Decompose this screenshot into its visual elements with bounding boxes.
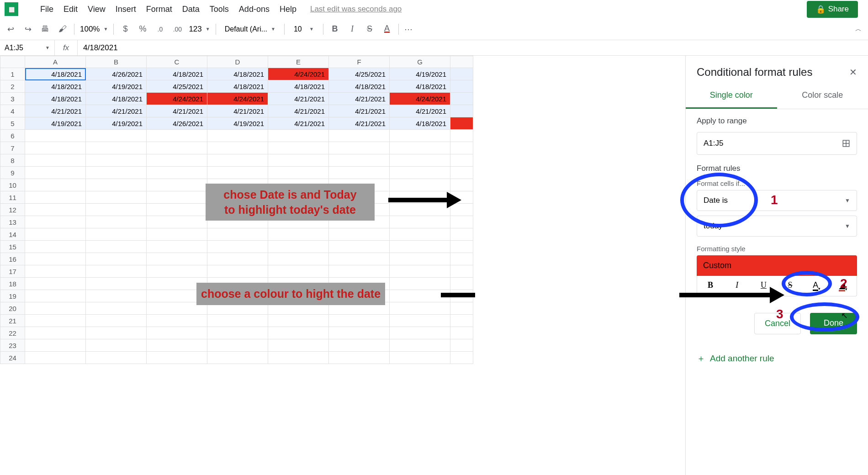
cell-G23[interactable]: [390, 339, 450, 352]
formula-bar[interactable]: 4/18/2021: [78, 43, 123, 53]
cell-G22[interactable]: [390, 327, 450, 339]
column-header-B[interactable]: B: [86, 56, 147, 68]
row-header-7[interactable]: 7: [0, 142, 25, 154]
cell-A8[interactable]: [25, 154, 86, 167]
cell-B1[interactable]: 4/26/2021: [86, 68, 147, 80]
cell-B4[interactable]: 4/21/2021: [86, 105, 147, 117]
cell-A1[interactable]: 4/18/2021: [25, 68, 86, 80]
italic-button[interactable]: I: [346, 23, 358, 35]
done-button[interactable]: Done: [810, 313, 857, 334]
menu-format[interactable]: Format: [146, 5, 172, 14]
row-header-5[interactable]: 5: [0, 117, 25, 130]
increase-decimal-button[interactable]: .00: [171, 23, 183, 35]
style-text-color-button[interactable]: A▾: [804, 276, 830, 296]
cell-G7[interactable]: [390, 142, 450, 154]
cell-A17[interactable]: [25, 265, 86, 278]
column-header-F[interactable]: F: [329, 56, 390, 68]
cell-C6[interactable]: [147, 130, 207, 142]
row-header-16[interactable]: 16: [0, 253, 25, 265]
cell-F6[interactable]: [329, 130, 390, 142]
menu-view[interactable]: View: [88, 5, 106, 14]
cell-F14[interactable]: [329, 228, 390, 241]
cell-F2[interactable]: 4/18/2021: [329, 80, 390, 93]
cell-F22[interactable]: [329, 327, 390, 339]
cell-E15[interactable]: [268, 241, 329, 253]
cell-F16[interactable]: [329, 253, 390, 265]
cell-B6[interactable]: [86, 130, 147, 142]
cell-E2[interactable]: 4/18/2021: [268, 80, 329, 93]
row-header-22[interactable]: 22: [0, 327, 25, 339]
close-panel-button[interactable]: ✕: [849, 67, 857, 78]
cell-F4[interactable]: 4/21/2021: [329, 105, 390, 117]
cell-A10[interactable]: [25, 179, 86, 191]
cell-C15[interactable]: [147, 241, 207, 253]
cell-D1[interactable]: 4/18/2021: [207, 68, 268, 80]
cell-C1[interactable]: 4/18/2021: [147, 68, 207, 80]
column-header-A[interactable]: A: [25, 56, 86, 68]
cell-C23[interactable]: [147, 339, 207, 352]
cell-B15[interactable]: [86, 241, 147, 253]
cell-G10[interactable]: [390, 179, 450, 191]
column-header-extra[interactable]: [450, 56, 473, 68]
cell-G5[interactable]: 4/18/2021: [390, 117, 450, 130]
text-color-button[interactable]: A: [381, 23, 393, 35]
cell-C14[interactable]: [147, 228, 207, 241]
column-header-C[interactable]: C: [147, 56, 207, 68]
cell-C22[interactable]: [147, 327, 207, 339]
cell-A9[interactable]: [25, 167, 86, 179]
cell-A24[interactable]: [25, 352, 86, 364]
cell-A16[interactable]: [25, 253, 86, 265]
cell-extra-3[interactable]: [450, 93, 473, 105]
cell-A22[interactable]: [25, 327, 86, 339]
cell-B7[interactable]: [86, 142, 147, 154]
row-header-18[interactable]: 18: [0, 278, 25, 290]
cell-D7[interactable]: [207, 142, 268, 154]
row-header-2[interactable]: 2: [0, 80, 25, 93]
cell-D3[interactable]: 4/24/2021: [207, 93, 268, 105]
cell-A13[interactable]: [25, 216, 86, 228]
row-header-24[interactable]: 24: [0, 352, 25, 364]
menu-addons[interactable]: Add-ons: [239, 5, 270, 14]
font-select[interactable]: Default (Ari... ▼: [222, 23, 279, 36]
cell-extra-24[interactable]: [450, 352, 473, 364]
cell-C9[interactable]: [147, 167, 207, 179]
cell-E21[interactable]: [268, 315, 329, 327]
menu-file[interactable]: File: [40, 5, 53, 14]
cell-E4[interactable]: 4/21/2021: [268, 105, 329, 117]
cell-D15[interactable]: [207, 241, 268, 253]
cell-extra-10[interactable]: [450, 179, 473, 191]
cell-B2[interactable]: 4/19/2021: [86, 80, 147, 93]
cell-E17[interactable]: [268, 265, 329, 278]
cell-B21[interactable]: [86, 315, 147, 327]
cell-D16[interactable]: [207, 253, 268, 265]
strikethrough-button[interactable]: S: [364, 23, 376, 35]
print-button[interactable]: 🖶: [39, 23, 51, 35]
cell-A20[interactable]: [25, 302, 86, 315]
cell-F9[interactable]: [329, 167, 390, 179]
cell-A14[interactable]: [25, 228, 86, 241]
cell-B5[interactable]: 4/19/2021: [86, 117, 147, 130]
row-header-20[interactable]: 20: [0, 302, 25, 315]
cell-extra-22[interactable]: [450, 327, 473, 339]
cell-C8[interactable]: [147, 154, 207, 167]
cell-D8[interactable]: [207, 154, 268, 167]
cell-G8[interactable]: [390, 154, 450, 167]
cell-F1[interactable]: 4/25/2021: [329, 68, 390, 80]
cell-C2[interactable]: 4/25/2021: [147, 80, 207, 93]
cell-extra-13[interactable]: [450, 216, 473, 228]
cell-A4[interactable]: 4/21/2021: [25, 105, 86, 117]
cell-extra-15[interactable]: [450, 241, 473, 253]
toolbar-more-button[interactable]: ⋯: [404, 24, 413, 34]
zoom-select[interactable]: 100% ▼: [80, 25, 108, 34]
cell-G6[interactable]: [390, 130, 450, 142]
cell-G24[interactable]: [390, 352, 450, 364]
name-box[interactable]: A1:J5▼: [0, 40, 55, 55]
menu-edit[interactable]: Edit: [64, 5, 78, 14]
percent-button[interactable]: %: [137, 23, 148, 35]
cell-G17[interactable]: [390, 265, 450, 278]
cell-E6[interactable]: [268, 130, 329, 142]
cell-extra-18[interactable]: [450, 278, 473, 290]
cell-F5[interactable]: 4/21/2021: [329, 117, 390, 130]
cell-B19[interactable]: [86, 290, 147, 302]
cell-C13[interactable]: [147, 216, 207, 228]
